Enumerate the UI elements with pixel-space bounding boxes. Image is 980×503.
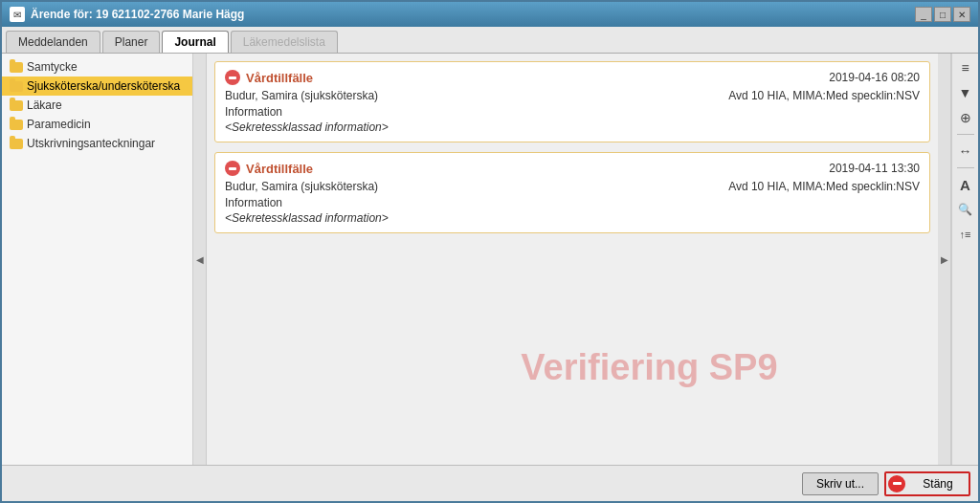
tab-journal[interactable]: Journal — [162, 31, 228, 53]
toolbar-divider-2 — [957, 167, 974, 168]
minimize-button[interactable]: _ — [915, 7, 932, 22]
entry-category-2: Information — [225, 196, 920, 209]
collapse-arrow-icon: ◀ — [196, 254, 204, 265]
folder-icon — [10, 100, 23, 111]
title-bar: ✉ Ärende för: 19 621102-2766 Marie Hägg … — [2, 2, 978, 27]
sidebar-item-label: Samtycke — [27, 60, 78, 74]
stop-icon-2 — [225, 161, 240, 176]
sort-button[interactable]: ↑≡ — [955, 224, 976, 245]
entry-location-2: Avd 10 HIA, MIMA:Med specklin:NSV — [728, 180, 920, 193]
right-collapse-handle[interactable]: ▶ — [938, 54, 951, 465]
entry-header-2: Vårdtillfälle 2019-04-11 13:30 — [225, 161, 920, 176]
entry-author-2: Budur, Samira (sjuksköterska) — [225, 180, 378, 193]
left-collapse-handle[interactable]: ◀ — [193, 54, 207, 465]
sidebar-item-label: Paramedicin — [27, 118, 91, 131]
sidebar-item-label: Läkare — [27, 98, 62, 112]
entry-location-1: Avd 10 HIA, MIMA:Med specklin:NSV — [728, 89, 920, 102]
window-icon: ✉ — [10, 7, 25, 22]
entry-author-1: Budur, Samira (sjuksköterska) — [225, 89, 378, 102]
sidebar-item-label: Sjuksköterska/undersköterska — [27, 79, 180, 93]
sidebar: Samtycke Sjuksköterska/undersköterska Lä… — [2, 54, 193, 465]
entry-meta-1: Budur, Samira (sjuksköterska) Avd 10 HIA… — [225, 89, 920, 102]
font-button[interactable]: A — [955, 174, 976, 195]
stop-icon-1 — [225, 70, 240, 85]
entry-type-2: Vårdtillfälle — [246, 162, 313, 176]
folder-icon — [10, 81, 23, 92]
folder-icon — [10, 139, 23, 149]
entry-header-1: Vårdtillfälle 2019-04-16 08:20 — [225, 70, 920, 85]
tab-meddelanden[interactable]: Meddelanden — [6, 31, 100, 53]
maximize-button[interactable]: □ — [934, 7, 951, 22]
close-button-wrapper: Stäng — [884, 471, 970, 496]
entry-date-2: 2019-04-11 13:30 — [829, 162, 920, 175]
filter-lines-button[interactable]: ≡ — [955, 57, 976, 78]
journal-entry-2[interactable]: Vårdtillfälle 2019-04-11 13:30 Budur, Sa… — [214, 152, 930, 233]
entry-type-1: Vårdtillfälle — [246, 71, 313, 85]
watermark: Verifiering SP9 — [521, 347, 777, 388]
window-title: Ärende för: 19 621102-2766 Marie Hägg — [31, 8, 244, 21]
sidebar-item-paramedicin[interactable]: Paramedicin — [2, 115, 192, 134]
entry-date-1: 2019-04-16 08:20 — [829, 71, 920, 84]
sidebar-item-label: Utskrivningsanteckningar — [27, 137, 155, 150]
sidebar-item-samtycke[interactable]: Samtycke — [2, 57, 192, 77]
print-button[interactable]: Skriv ut... — [802, 472, 879, 495]
stang-button[interactable]: Stäng — [909, 475, 967, 492]
folder-icon — [10, 120, 23, 130]
content-area: ◀ Vårdtillfälle 2019-04-16 08:20 Budur, … — [193, 54, 978, 465]
main-area: Samtycke Sjuksköterska/undersköterska Lä… — [2, 54, 978, 465]
filter-button[interactable]: ▼ — [955, 82, 976, 103]
entry-category-1: Information — [225, 105, 920, 119]
entry-meta-2: Budur, Samira (sjuksköterska) Avd 10 HIA… — [225, 180, 920, 193]
tab-planer[interactable]: Planer — [102, 31, 161, 53]
stang-stop-icon — [888, 475, 905, 492]
title-bar-left: ✉ Ärende för: 19 621102-2766 Marie Hägg — [10, 7, 244, 22]
right-toolbar: ≡ ▼ ⊕ ↔ A 🔍 ↑≡ — [951, 54, 978, 465]
sidebar-item-lakare[interactable]: Läkare — [2, 96, 192, 115]
main-window: ✉ Ärende för: 19 621102-2766 Marie Hägg … — [0, 0, 980, 503]
entry-secret-1: <Sekretessklassad information> — [225, 120, 920, 134]
tabs-bar: Meddelanden Planer Journal Läkemedelslis… — [2, 27, 978, 54]
entry-secret-2: <Sekretessklassad information> — [225, 211, 920, 225]
sidebar-item-sjukskoterska[interactable]: Sjuksköterska/undersköterska — [2, 77, 192, 96]
toolbar-divider-1 — [957, 134, 974, 135]
add-button[interactable]: ⊕ — [955, 107, 976, 128]
tab-lakemedel: Läkemedelslista — [231, 31, 338, 53]
bottom-bar: Skriv ut... Stäng — [2, 465, 978, 501]
folder-icon — [10, 62, 23, 73]
journal-content: Vårdtillfälle 2019-04-16 08:20 Budur, Sa… — [207, 54, 938, 465]
expand-button[interactable]: ↔ — [955, 141, 976, 162]
collapse-arrow-right-icon: ▶ — [941, 254, 948, 265]
close-button[interactable]: ✕ — [953, 7, 970, 22]
entry-title-row-1: Vårdtillfälle — [225, 70, 313, 85]
sidebar-item-utskrivning[interactable]: Utskrivningsanteckningar — [2, 134, 192, 153]
entry-title-row-2: Vårdtillfälle — [225, 161, 313, 176]
search-button[interactable]: 🔍 — [955, 199, 976, 220]
journal-entry-1[interactable]: Vårdtillfälle 2019-04-16 08:20 Budur, Sa… — [214, 61, 930, 142]
window-controls: _ □ ✕ — [915, 7, 970, 22]
